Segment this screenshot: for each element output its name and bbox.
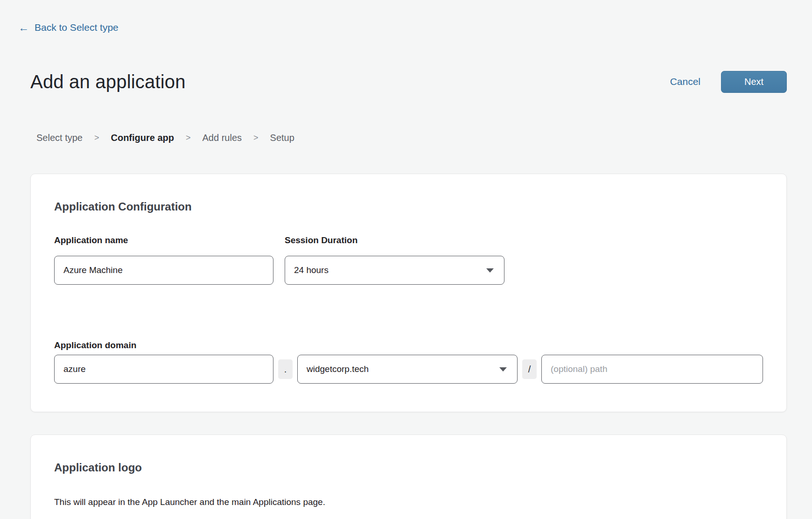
breadcrumb-separator: >: [186, 132, 191, 143]
application-name-label: Application name: [54, 235, 273, 246]
application-logo-heading: Application logo: [54, 461, 763, 474]
add-application-page: ← Back to Select type Add an application…: [0, 0, 812, 519]
path-input[interactable]: [541, 355, 763, 384]
breadcrumb-select-type[interactable]: Select type: [36, 132, 83, 143]
domain-select[interactable]: widgetcorp.tech: [297, 355, 518, 384]
application-domain-row: . widgetcorp.tech /: [54, 355, 763, 384]
application-domain-label: Application domain: [54, 340, 763, 351]
breadcrumb-configure-app[interactable]: Configure app: [111, 132, 174, 143]
subdomain-input[interactable]: [54, 355, 273, 384]
chevron-down-icon: [499, 367, 507, 372]
application-logo-card: Application logo This will appear in the…: [30, 435, 787, 519]
application-name-field: Application name: [54, 235, 273, 285]
back-link-label: Back to Select type: [35, 22, 119, 33]
session-duration-label: Session Duration: [285, 235, 504, 246]
slash-separator: /: [522, 359, 537, 379]
breadcrumb-add-rules[interactable]: Add rules: [203, 132, 242, 143]
page-header: Add an application Cancel Next: [30, 70, 787, 93]
back-arrow-icon: ←: [18, 22, 29, 33]
session-duration-select[interactable]: 24 hours: [285, 256, 504, 285]
next-button[interactable]: Next: [721, 71, 787, 93]
breadcrumb-setup[interactable]: Setup: [270, 132, 294, 143]
application-name-input[interactable]: [54, 256, 273, 285]
header-actions: Cancel Next: [670, 71, 787, 93]
cancel-button[interactable]: Cancel: [670, 76, 700, 87]
breadcrumb: Select type > Configure app > Add rules …: [36, 132, 812, 143]
domain-select-value: widgetcorp.tech: [307, 364, 369, 374]
dot-separator: .: [278, 359, 293, 379]
breadcrumb-separator: >: [94, 132, 99, 143]
chevron-down-icon: [486, 268, 494, 273]
session-duration-field: Session Duration 24 hours: [285, 235, 504, 285]
application-logo-description: This will appear in the App Launcher and…: [54, 497, 763, 508]
application-configuration-heading: Application Configuration: [54, 200, 763, 213]
page-title: Add an application: [30, 70, 186, 93]
application-domain-section: Application domain . widgetcorp.tech /: [54, 340, 763, 384]
application-configuration-card: Application Configuration Application na…: [30, 174, 787, 412]
breadcrumb-separator: >: [253, 132, 259, 143]
name-duration-row: Application name Session Duration 24 hou…: [54, 235, 763, 285]
session-duration-value: 24 hours: [294, 265, 329, 275]
back-to-select-type-link[interactable]: ← Back to Select type: [18, 22, 119, 33]
